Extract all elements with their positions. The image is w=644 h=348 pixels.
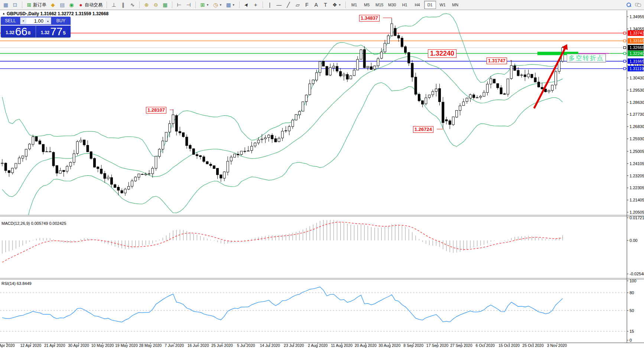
auto-trading-button[interactable]: ●自动交易 — [76, 0, 104, 9]
candle-body — [73, 154, 75, 162]
line-anchor-square[interactable] — [624, 60, 626, 62]
annotation-leader — [170, 109, 173, 110]
line-anchor-square[interactable] — [624, 40, 626, 42]
line-anchor-square[interactable] — [624, 68, 626, 70]
timeframe-m30-button[interactable]: M30 — [386, 1, 398, 9]
buy-button[interactable]: BUY — [51, 17, 71, 25]
expert-advisor-button[interactable]: ▤ — [58, 0, 67, 9]
candle-body — [144, 174, 147, 175]
price-annotation-1.26724[interactable]: 1.26724 — [413, 126, 433, 133]
candle-body — [418, 94, 420, 101]
candle-body — [234, 154, 236, 157]
rsi-pane — [0, 287, 627, 331]
line-chart-button[interactable]: ∿ — [128, 0, 137, 9]
candle-body — [172, 115, 174, 124]
price-annotation-1.34837[interactable]: 1.34837 — [359, 15, 380, 22]
volume-input[interactable]: 1.00 — [26, 17, 45, 24]
candle-body — [449, 121, 451, 124]
line-anchor-square[interactable] — [624, 46, 626, 49]
candle-body — [442, 102, 444, 122]
axis-tick-label: 1.20505 — [630, 210, 644, 214]
deposit-button[interactable]: ◆ — [48, 0, 58, 9]
crosshair-button[interactable]: + — [251, 0, 260, 9]
buy-price-main: 77 — [50, 27, 62, 36]
timeframe-mn-button[interactable]: MN — [449, 1, 461, 9]
candle-body — [428, 95, 430, 98]
date-label: 27 Sep 2020 — [450, 343, 472, 348]
turning-point-text-note[interactable]: 多空转折点 — [567, 54, 606, 62]
text-label-button[interactable]: T — [321, 0, 330, 9]
chat-icon[interactable] — [635, 3, 641, 7]
timeframe-d1-button[interactable]: D1 — [424, 1, 436, 9]
vertical-line-button[interactable]: | — [265, 0, 274, 9]
arrows-button[interactable]: ❖▼ — [330, 0, 343, 9]
macd-signal-line[interactable] — [2, 222, 563, 262]
channel-button[interactable]: ▱ — [293, 0, 302, 9]
toolbar-group-2: ⊥∥∿ — [108, 0, 138, 9]
print-preview-button[interactable]: ⊡ — [10, 0, 20, 9]
timeframe-m15-button[interactable]: M15 — [374, 1, 386, 9]
trendline-button[interactable]: ╱ — [284, 0, 293, 9]
price-badge-label: 1.32668 — [630, 45, 644, 50]
tile-windows-button[interactable]: ▦ — [160, 0, 170, 9]
timeframe-m5-button[interactable]: M5 — [361, 1, 373, 9]
line-anchor-square[interactable] — [624, 52, 626, 55]
chart-collapse-icon[interactable]: ▲ — [2, 12, 5, 15]
bar-chart-button[interactable]: ⊥ — [109, 0, 118, 9]
timeframe-w1-button[interactable]: W1 — [437, 1, 449, 9]
sell-price-button[interactable]: 1.32668 — [1, 25, 36, 37]
candle-body — [391, 24, 393, 36]
add-indicator-button[interactable]: ⊞▼ — [198, 0, 211, 9]
text-button[interactable]: A — [312, 0, 321, 9]
candle-body — [432, 92, 434, 95]
symbol-ohlc-title: GBPUSD-,Daily 1.31662 1.32772 1.31559 1.… — [7, 11, 108, 16]
signals-button[interactable]: ◉ — [67, 0, 76, 9]
candle-body — [462, 102, 465, 105]
rsi-line[interactable] — [2, 287, 563, 322]
price-annotation-1.28107[interactable]: 1.28107 — [146, 107, 166, 114]
bollinger-lower-band[interactable] — [2, 83, 563, 282]
price-annotation-1.32240[interactable]: 1.32240 — [428, 49, 456, 58]
sell-button[interactable]: SELL — [1, 17, 20, 25]
timeframe-group: M1M5M15M30H1H4D1W1MN — [347, 0, 463, 9]
zoom-in-button[interactable]: ⊕ — [142, 0, 151, 9]
candle-body — [329, 68, 331, 75]
horizontal-line-button[interactable]: — — [274, 0, 284, 9]
timeframe-h1-button[interactable]: H1 — [399, 1, 411, 9]
timeframe-h4-button[interactable]: H4 — [412, 1, 423, 9]
candle-body — [332, 66, 335, 68]
candle-body — [134, 177, 137, 181]
buy-price-button[interactable]: 1.32775 — [36, 25, 71, 37]
volume-increase-button[interactable]: ▲ — [45, 17, 51, 24]
macd-axis-label: 0.00 — [630, 238, 637, 243]
candle-body — [360, 50, 362, 59]
new-order-button[interactable]: ⊞新订单 — [25, 0, 48, 9]
line-anchor-square[interactable] — [624, 32, 626, 34]
candle-body — [87, 145, 89, 152]
date-label: 11 Aug 2020 — [331, 343, 352, 348]
timeframe-m1-button[interactable]: M1 — [348, 1, 360, 9]
date-label: 12 Apr 2020 — [20, 343, 41, 348]
search-icon[interactable] — [626, 2, 631, 7]
candle-body — [8, 171, 10, 173]
candle-body — [203, 157, 205, 162]
candle-body — [527, 74, 530, 77]
price-annotation-1.31747[interactable]: 1.31747 — [487, 58, 507, 64]
zoom-out-button[interactable]: ⊖ — [151, 0, 160, 9]
template-button[interactable]: ▩▼ — [224, 0, 237, 9]
auto-scroll-button[interactable]: ⊢ — [175, 0, 184, 9]
volume-decrease-button[interactable]: ▼ — [20, 17, 26, 24]
chevron-down-icon: ▼ — [219, 3, 222, 7]
candle-body — [531, 74, 533, 78]
chart-shift-button[interactable]: ⊣ — [184, 0, 193, 9]
candle-body — [497, 83, 499, 88]
candle-chart-button[interactable]: ∥ — [118, 0, 128, 9]
period-clock-button[interactable]: ◷▼ — [211, 0, 224, 9]
price-axis: 1.349551.340551.313301.304301.295301.286… — [624, 14, 644, 214]
window-button[interactable]: ▦ — [1, 0, 10, 9]
date-label: 25 Jun 2020 — [211, 343, 233, 348]
toolbar-group-1: ⊞新订单◆▤◉●自动交易 — [23, 0, 105, 9]
cursor-button[interactable]: ➤ — [242, 0, 251, 9]
fibonacci-button[interactable]: F — [302, 0, 312, 9]
sell-price-main: 66 — [15, 27, 27, 36]
